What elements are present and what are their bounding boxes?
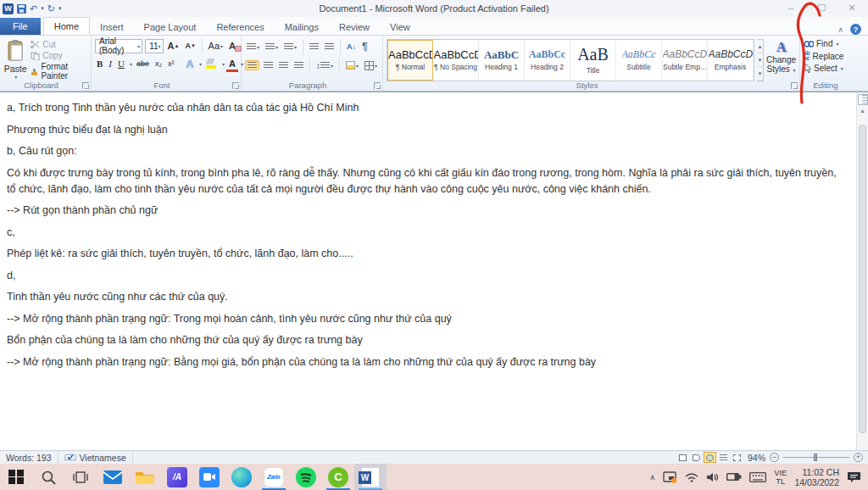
- taskbar-azota[interactable]: /A: [161, 464, 193, 490]
- font-color-button[interactable]: A: [227, 58, 237, 69]
- tab-view[interactable]: View: [380, 19, 420, 35]
- clipboard-dialog-launcher-icon[interactable]: [82, 82, 89, 89]
- tab-home[interactable]: Home: [43, 17, 90, 35]
- zoom-level[interactable]: 94%: [748, 453, 765, 463]
- style-heading-2[interactable]: AaBbCc Heading 2: [525, 40, 570, 81]
- align-right-button[interactable]: [277, 61, 290, 70]
- tab-file[interactable]: File: [0, 18, 41, 35]
- tab-page-layout[interactable]: Page Layout: [134, 19, 207, 35]
- doc-paragraph[interactable]: Phép liệt kê: ra sức giải thích, tuyên t…: [7, 246, 843, 262]
- start-button[interactable]: [0, 464, 32, 490]
- taskbar-coccoc[interactable]: C: [322, 464, 354, 490]
- style-heading-1[interactable]: AaBbC Heading 1: [479, 40, 525, 81]
- select-button[interactable]: Select▾: [804, 64, 856, 73]
- replace-button[interactable]: abac Replace: [804, 51, 856, 61]
- style-no-spacing[interactable]: AaBbCcD ¶ No Spacing: [433, 40, 479, 81]
- font-dialog-launcher-icon[interactable]: [232, 82, 239, 89]
- style-normal[interactable]: AaBbCcD ¶ Normal: [387, 40, 433, 81]
- word-count[interactable]: Words: 193: [0, 451, 58, 464]
- increase-indent-button[interactable]: [323, 42, 336, 51]
- style-emphasis[interactable]: AaBbCcD Emphasis: [708, 40, 754, 81]
- zoom-in-icon[interactable]: +: [854, 453, 863, 462]
- text-effects-button[interactable]: A: [185, 57, 196, 71]
- find-button[interactable]: Find▾: [804, 39, 856, 48]
- taskbar-spotify[interactable]: [290, 464, 322, 490]
- subscript-button[interactable]: x₂: [153, 58, 164, 69]
- borders-button[interactable]: ▾: [363, 60, 379, 71]
- font-family-select[interactable]: Arial (Body)▾: [95, 39, 142, 53]
- line-spacing-button[interactable]: ↕▾: [314, 60, 335, 71]
- format-painter-button[interactable]: Format Painter: [31, 62, 87, 81]
- styles-dialog-launcher-icon[interactable]: [791, 82, 798, 89]
- wifi-icon[interactable]: [685, 472, 698, 482]
- doc-paragraph[interactable]: --> Rút gọn thành phần chủ ngữ: [7, 203, 843, 219]
- task-view-button[interactable]: [64, 464, 97, 490]
- highlight-dropdown-icon[interactable]: ▾: [222, 61, 225, 67]
- align-center-button[interactable]: [262, 61, 275, 70]
- gallery-down-icon[interactable]: ▼: [757, 53, 763, 67]
- style-title[interactable]: AaB Title: [570, 40, 616, 81]
- taskbar-mail[interactable]: [97, 464, 129, 490]
- style-subtle-emphasis[interactable]: AaBbCcD Subtle Emp...: [662, 40, 708, 81]
- copy-button[interactable]: Copy: [31, 51, 87, 60]
- grow-font-button[interactable]: A▲: [166, 40, 181, 52]
- italic-button[interactable]: I: [107, 58, 114, 70]
- doc-paragraph[interactable]: Tinh thần yêu nước cũng như các thứ của …: [7, 289, 843, 305]
- change-case-button[interactable]: Aa▾: [207, 40, 225, 52]
- highlight-button[interactable]: [204, 58, 219, 70]
- volume-icon[interactable]: [706, 472, 719, 482]
- vertical-scrollbar[interactable]: ▲: [856, 92, 868, 450]
- doc-paragraph[interactable]: Phương thức biểu đạt là nghị luận: [7, 122, 843, 138]
- battery-icon[interactable]: [726, 472, 742, 482]
- taskbar-word[interactable]: W: [354, 464, 387, 490]
- change-styles-button[interactable]: A Change Styles ▾: [766, 39, 796, 75]
- multilevel-list-button[interactable]: ▾: [282, 42, 298, 51]
- minimize-button[interactable]: –: [785, 3, 797, 14]
- doc-paragraph[interactable]: --> Mở rộng thành phần trạng ngữ: Bằng m…: [7, 354, 843, 370]
- shrink-font-button[interactable]: A▼: [184, 41, 198, 51]
- doc-paragraph[interactable]: d,: [7, 268, 843, 284]
- doc-paragraph[interactable]: Bổn phận của chúng ta là làm cho những t…: [7, 332, 843, 348]
- align-left-button[interactable]: [245, 60, 259, 70]
- undo-dropdown-icon[interactable]: ▾: [41, 5, 44, 12]
- taskbar-zoom-app[interactable]: [193, 464, 225, 490]
- scrollbar-thumb[interactable]: [859, 125, 866, 433]
- paragraph-dialog-launcher-icon[interactable]: [374, 82, 381, 89]
- document-area[interactable]: a, Trích trong Tinh thần yêu nước của nh…: [0, 92, 868, 450]
- underline-button[interactable]: U: [116, 58, 126, 70]
- minimize-ribbon-icon[interactable]: ∧: [837, 25, 843, 34]
- fullscreen-reading-view-button[interactable]: [690, 452, 703, 463]
- taskbar-file-explorer[interactable]: [129, 464, 161, 490]
- taskbar-edge[interactable]: [225, 464, 258, 490]
- bold-button[interactable]: B: [95, 58, 104, 70]
- touch-keyboard-icon[interactable]: [749, 472, 766, 482]
- doc-paragraph[interactable]: b, Câu rút gọn:: [7, 143, 843, 159]
- gallery-expand-icon[interactable]: ▼: [757, 67, 763, 81]
- close-button[interactable]: ✕: [846, 3, 858, 14]
- doc-paragraph[interactable]: a, Trích trong Tinh thần yêu nước của nh…: [7, 100, 843, 116]
- style-subtitle[interactable]: AaBbCc Subtitle: [616, 40, 662, 81]
- language-indicator[interactable]: VIE TL: [774, 469, 787, 486]
- taskbar-search-button[interactable]: [32, 464, 64, 490]
- sort-button[interactable]: A↓: [345, 42, 358, 52]
- web-layout-view-button[interactable]: [704, 452, 716, 463]
- taskbar-zalo[interactable]: Zalo: [258, 464, 290, 490]
- clear-formatting-button[interactable]: A: [227, 40, 237, 52]
- action-center-icon[interactable]: [847, 471, 861, 483]
- ruler-toggle-icon[interactable]: [858, 94, 868, 105]
- numbering-button[interactable]: ▾: [264, 42, 280, 51]
- screen-notification-icon[interactable]: [663, 471, 677, 483]
- doc-paragraph[interactable]: c,: [7, 225, 843, 241]
- tab-mailings[interactable]: Mailings: [275, 19, 329, 35]
- customize-qat-icon[interactable]: ▾: [58, 5, 62, 12]
- bullets-button[interactable]: ▾: [245, 42, 261, 51]
- paste-button[interactable]: Paste ▾: [3, 38, 27, 80]
- zoom-out-icon[interactable]: –: [770, 453, 779, 462]
- save-icon[interactable]: [17, 4, 26, 14]
- hidden-icons-chevron-icon[interactable]: ∧: [650, 473, 656, 482]
- doc-paragraph[interactable]: Có khi được trưng bày trong tủ kính, tro…: [7, 165, 843, 198]
- language-status[interactable]: Vietnamese: [58, 451, 133, 464]
- redo-icon[interactable]: ↻: [47, 4, 55, 14]
- superscript-button[interactable]: x²: [166, 58, 176, 69]
- shading-button[interactable]: ▾: [344, 60, 360, 70]
